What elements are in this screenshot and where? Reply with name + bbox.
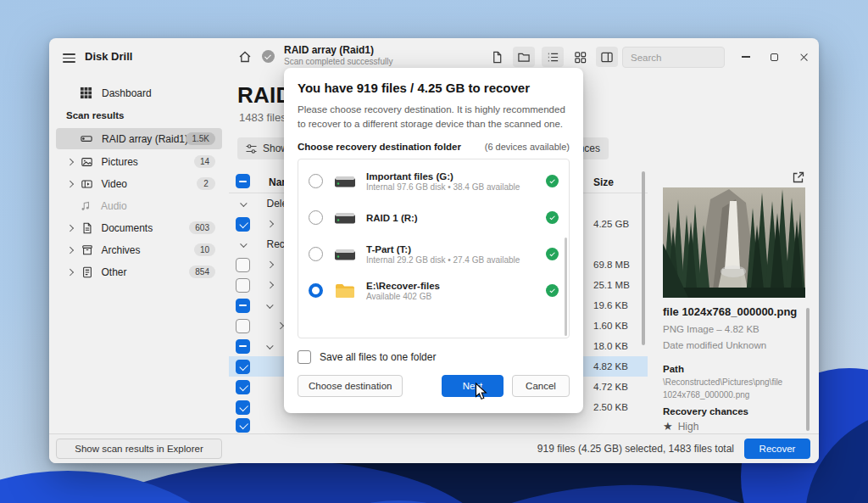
new-scan-button[interactable] [486,47,508,67]
checkbox[interactable] [298,350,311,364]
destination-option[interactable]: Important files (G:) Internal 97.6 GB di… [298,163,569,199]
row-checkbox[interactable] [236,258,250,272]
chevron-down-icon[interactable] [267,343,274,349]
row-checkbox[interactable] [236,339,250,354]
destination-ok-icon [546,211,559,224]
radio-button[interactable] [309,210,323,225]
chevron-right-icon[interactable] [267,282,274,288]
close-button[interactable] [793,48,814,66]
destination-detail: Internal 29.2 GB disk • 27.4 GB availabl… [366,255,520,265]
row-checkbox[interactable] [236,278,250,293]
sidebar-item-pictures[interactable]: Pictures 14 [56,151,222,172]
save-to-one-folder-label: Save all files to one folder [320,351,436,363]
preview-date-modified: Date modified Unknown [663,340,766,350]
destination-option[interactable]: RAID 1 (R:) [298,199,569,236]
destination-option[interactable]: T-Part (T:) Internal 29.2 GB disk • 27.4… [298,236,569,272]
table-scrollbar-thumb[interactable] [642,171,645,345]
row-checkbox[interactable] [236,400,250,415]
open-folder-button[interactable] [513,47,535,67]
sidebar-item-label: RAID array (Raid1) [102,133,188,145]
chevron-down-icon[interactable] [267,302,274,309]
preview-scrollbar-thumb[interactable] [806,308,810,431]
destination-option-selected[interactable]: E:\Recover-files Available 402 GB [298,272,569,309]
chevron-right-icon[interactable] [277,322,284,329]
row-checkbox[interactable] [236,217,250,232]
recovery-chances-label: Recovery chances [663,406,748,416]
selection-status: 919 files (4.25 GB) selected, 1483 files… [537,443,734,455]
item-count-badge: 1.5K [186,132,215,145]
chevron-down-icon[interactable] [241,241,248,248]
row-checkbox[interactable] [236,380,250,394]
radio-button[interactable] [309,174,323,188]
sidebar-dashboard-label: Dashboard [102,87,152,99]
chevron-right-icon[interactable] [67,269,74,276]
chevron-right-icon[interactable] [67,181,74,187]
grid-view-icon [574,51,587,64]
archives-icon [81,244,93,256]
preview-file-meta: PNG Image – 4.82 KB [663,324,760,334]
filter-icon [246,144,257,154]
sidebar-item-raid-array[interactable]: RAID array (Raid1) 1.5K [56,128,222,149]
file-size: 1.60 KB [593,321,628,331]
destination-section-label: Choose recovery destination folder [298,142,461,152]
hamburger-menu-icon[interactable] [63,51,75,65]
dashboard-icon [80,87,92,99]
destination-ok-icon [546,175,559,187]
radio-button[interactable] [309,247,323,261]
search-box [622,47,725,68]
recover-button[interactable]: Recover [744,439,810,459]
home-icon [238,50,252,64]
video-icon [81,178,93,190]
preview-image [663,187,805,298]
chevron-right-icon[interactable] [67,225,74,232]
file-size: 69.8 MB [593,260,630,270]
row-checkbox[interactable] [236,360,250,374]
choose-destination-button[interactable]: Choose destination [298,375,403,397]
mouse-cursor [475,383,488,401]
titlebar-scan-subtitle: Scan completed successfully [284,57,392,66]
table-row[interactable] [229,417,648,433]
devices-available-note: (6 devices available) [485,142,570,152]
home-button[interactable] [234,47,256,67]
sidebar-item-label: Pictures [102,156,138,168]
folder-icon [517,51,531,64]
chevron-right-icon[interactable] [267,221,274,227]
cancel-button[interactable]: Cancel [512,375,570,397]
file-icon [491,51,504,64]
chevron-down-icon[interactable] [241,200,248,207]
chevron-right-icon[interactable] [67,247,74,254]
minimize-button[interactable] [736,48,756,66]
chevron-right-icon[interactable] [267,261,274,268]
show-in-explorer-button[interactable]: Show scan results in Explorer [56,439,222,459]
destination-ok-icon [546,248,559,260]
radio-button-selected[interactable] [309,283,323,298]
maximize-button[interactable] [764,48,784,66]
chevron-right-icon[interactable] [67,159,74,165]
sidebar-item-documents[interactable]: Documents 603 [56,217,222,238]
destination-name: T-Part (T:) [366,244,520,254]
item-count-badge: 854 [189,265,215,278]
select-all-checkbox[interactable] [236,174,250,188]
row-checkbox[interactable] [236,319,250,333]
footer-bar: Show scan results in Explorer 919 files … [49,433,819,463]
column-header-size: Size [593,176,614,188]
sidebar-item-dashboard[interactable]: Dashboard [56,82,222,103]
row-checkbox[interactable] [236,299,250,313]
sidebar-item-other[interactable]: Other 854 [56,261,222,282]
item-count-badge: 2 [197,177,215,190]
grid-view-button[interactable] [569,47,591,67]
drive-icon [334,247,356,262]
next-button[interactable]: Next [442,375,504,397]
preview-filename: file 1024x768_000000.png [663,305,797,318]
recovery-chances-value: High [678,421,699,433]
preview-panel-toggle[interactable] [596,47,618,67]
dialog-scrollbar-thumb[interactable] [565,238,567,336]
sidebar-item-video[interactable]: Video 2 [56,173,222,194]
row-checkbox[interactable] [236,418,250,433]
open-preview-button[interactable] [792,170,805,187]
save-to-one-folder-option[interactable]: Save all files to one folder [298,350,570,364]
sidebar-item-label: Documents [102,222,153,234]
side-panel-icon [600,51,614,64]
list-view-button[interactable] [542,47,564,67]
sidebar-item-archives[interactable]: Archives 10 [56,239,222,260]
